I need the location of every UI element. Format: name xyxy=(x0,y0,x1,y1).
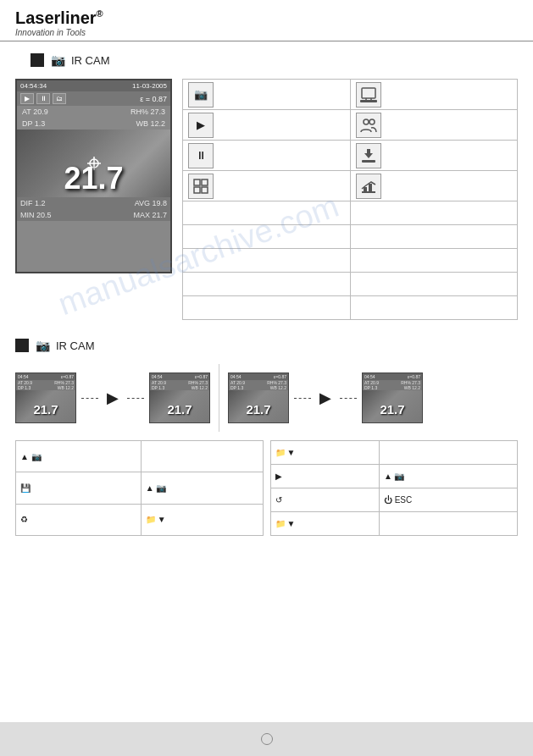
cam-icon-small-2: 📷 xyxy=(156,483,166,493)
svg-point-7 xyxy=(364,119,369,124)
seq-divider xyxy=(219,364,219,432)
cam-icon-small: 📷 xyxy=(31,452,42,461)
mini-screen-2: 04:54 ε=0.87 AT 20.9RH% 27.3 DP 1.3WB 12… xyxy=(149,372,210,423)
btable-right-r2c2: ▲ 📷 xyxy=(379,465,517,488)
bottom-table-left: ▲ 📷 💾 ▲ 📷 ♻ 📁 xyxy=(15,440,264,536)
svg-rect-13 xyxy=(202,179,208,185)
screen-min-max: MIN 20.5 MAX 21.7 xyxy=(17,209,170,221)
blank-cell-3 xyxy=(183,225,351,249)
brand-tagline: Innovation in Tools xyxy=(15,28,518,37)
btable-right-r4c2 xyxy=(379,512,517,536)
camera-icon-box[interactable]: 📷 xyxy=(188,82,214,108)
mini-screen-3-hdr: 04:54 ε=0.87 xyxy=(229,373,288,380)
save-icon: 💾 xyxy=(20,483,31,493)
seq-group-right: 04:54 ε=0.87 AT 20.9RH% 27.3 DP 1.3WB 12… xyxy=(228,372,423,423)
person2-icon-box[interactable] xyxy=(356,113,381,138)
blank-cell-1 xyxy=(183,201,351,225)
section1-title: IR CAM xyxy=(71,54,110,67)
icon-table: 📷 ▶ xyxy=(182,79,518,320)
mini-screen-3-val: 21.7 xyxy=(246,402,270,417)
mini-screen-3-body: 21.7 xyxy=(229,390,288,423)
brand-name: Laserliner xyxy=(15,8,97,27)
blank-cell-10 xyxy=(350,296,518,320)
main-content: 04:54:34 11-03-2005 ▶ ⏸ 🗂 ε = 0.87 AT 20… xyxy=(0,79,533,320)
btable-right-row4: 📁 ▼ xyxy=(270,512,518,536)
btable-left-row1: ▲ 📷 xyxy=(16,441,264,472)
grid-icon-box[interactable] xyxy=(188,174,214,199)
mini-screen-1-body: 21.7 xyxy=(16,390,75,423)
icon-cell-camera[interactable]: 📷 xyxy=(183,80,351,110)
screen-image-area: 21.7 xyxy=(17,130,170,197)
btable-right-r4c1: 📁 ▼ xyxy=(270,512,379,536)
svg-rect-18 xyxy=(369,184,372,191)
icon-cell-chart[interactable] xyxy=(350,171,518,201)
btable-left-row3: ♻ 📁 ▼ xyxy=(16,504,264,535)
icon-cell-person1[interactable] xyxy=(350,80,518,110)
brand-sup: ® xyxy=(97,8,103,19)
svg-rect-12 xyxy=(194,179,200,185)
folder-down-icon-r: 📁 xyxy=(275,448,286,457)
screen-at: AT 20.9 xyxy=(22,108,48,116)
section2-container: 📷 IR CAM xyxy=(0,335,533,356)
icon-row-2: ▶ xyxy=(183,110,518,141)
icon-cell-download[interactable] xyxy=(350,141,518,171)
icon-row-4 xyxy=(183,171,518,201)
mini-screen-2-body: 21.7 xyxy=(150,390,209,423)
icon-table-area: 📷 ▶ xyxy=(172,79,518,320)
blank-row-5 xyxy=(183,296,518,320)
blank-row-3 xyxy=(183,249,518,273)
icon-cell-person2[interactable] xyxy=(350,110,518,141)
icon-cell-play[interactable]: ▶ xyxy=(183,110,351,141)
btable-right-r1c2 xyxy=(379,441,517,465)
arrow-right-2: ▶ xyxy=(319,389,331,407)
download-icon-box[interactable] xyxy=(356,143,381,168)
section1-titlebar: 📷 IR CAM xyxy=(15,48,518,72)
pause-icon-box[interactable]: ⏸ xyxy=(188,143,214,168)
seq-group-left: 04:54 ε=0.87 AT 20.9RH% 27.3 DP 1.3WB 12… xyxy=(15,372,210,423)
mini-screen-4-hdr: 04:54 ε=0.87 xyxy=(363,373,422,380)
blank-cell-6 xyxy=(350,249,518,273)
header: Laserliner® Innovation in Tools xyxy=(0,0,533,41)
screen-min: MIN 20.5 xyxy=(20,211,52,219)
btable-left-row2: 💾 ▲ 📷 xyxy=(16,472,264,504)
footer-circle xyxy=(261,733,273,745)
blank-cell-7 xyxy=(183,273,351,296)
up-cam-icon-2: ▲ xyxy=(146,483,154,493)
btable-right-r3c2: ⏻ ESC xyxy=(379,488,517,512)
blank-row-2 xyxy=(183,225,518,249)
section2-black-square xyxy=(15,339,29,352)
btable-right-row2: ▶ ▲ 📷 xyxy=(270,465,518,488)
mini-screen-2-hdr: 04:54 ε=0.87 xyxy=(150,373,209,380)
mini-screen-2-val: 21.7 xyxy=(167,402,192,417)
mini-screen-1-val: 21.7 xyxy=(33,402,58,417)
up-cam-icon-r: ▲ xyxy=(384,472,392,481)
play-icon-box[interactable]: ▶ xyxy=(188,113,214,138)
section2-camera-icon: 📷 xyxy=(34,339,51,351)
btable-right-row1: 📁 ▼ xyxy=(270,441,518,465)
icon-cell-pause[interactable]: ⏸ xyxy=(183,141,351,171)
blank-cell-5 xyxy=(183,249,351,273)
mini-screen-4-val: 21.7 xyxy=(380,402,404,417)
blank-row-4 xyxy=(183,273,518,296)
icon-cell-grid[interactable] xyxy=(183,171,351,201)
btable-left-r2c1: 💾 xyxy=(16,472,142,504)
cam-icon-r: 📷 xyxy=(394,472,404,481)
btable-left-r1c1: ▲ 📷 xyxy=(16,441,142,472)
btable-right-row3: ↺ ⏻ ESC xyxy=(270,488,518,512)
chart-icon-box[interactable] xyxy=(356,174,381,199)
screen-dif: DIF 1.2 xyxy=(20,199,46,207)
device-screen: 04:54:34 11-03-2005 ▶ ⏸ 🗂 ε = 0.87 AT 20… xyxy=(15,79,172,273)
btable-right-r1c1: 📁 ▼ xyxy=(270,441,379,465)
screen-wb: WB 12.2 xyxy=(136,119,165,128)
btable-left-r3c2: 📁 ▼ xyxy=(141,504,263,535)
icon-row-1: 📷 xyxy=(183,80,518,110)
mini-screen-1-hdr: 04:54 ε=0.87 xyxy=(16,373,75,380)
screen-data-dp-wb: DP 1.3 WB 12.2 xyxy=(17,118,170,130)
svg-rect-16 xyxy=(362,191,375,193)
blank-cell-9 xyxy=(183,296,351,320)
person1-icon-box[interactable] xyxy=(356,82,381,108)
dashed-line-4 xyxy=(340,398,357,399)
screen-icon-pause: ⏸ xyxy=(36,93,50,104)
svg-point-8 xyxy=(369,119,375,124)
svg-rect-15 xyxy=(202,187,208,193)
